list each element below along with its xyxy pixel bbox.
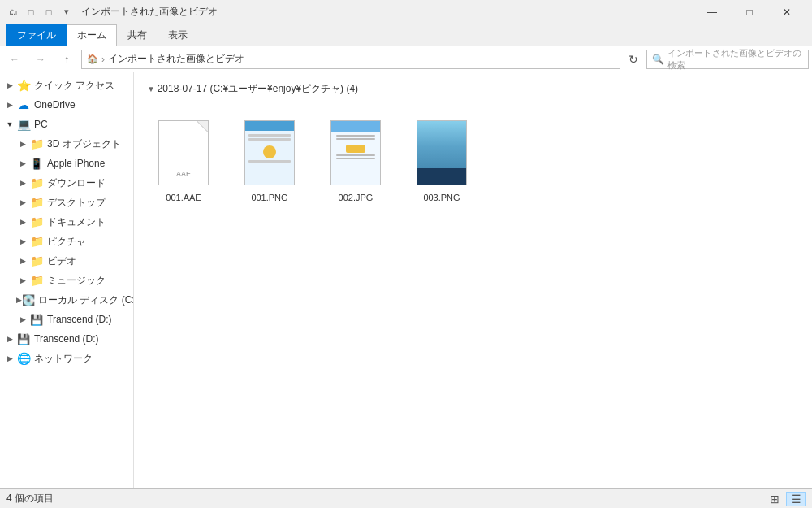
network-icon: 🌐 <box>16 352 31 365</box>
pictures-arrow: ▶ <box>16 237 29 245</box>
desktop-arrow: ▶ <box>16 198 29 206</box>
tab-file[interactable]: ファイル <box>6 24 67 46</box>
sidebar-label-downloads: ダウンロード <box>47 176 106 190</box>
iphone-icon: 📱 <box>29 158 44 170</box>
file-name-003png: 003.PNG <box>423 193 460 202</box>
address-path-label: インポートされた画像とビデオ <box>108 52 244 66</box>
png-003-bottom <box>417 168 466 185</box>
file-item-001png[interactable]: 001.PNG <box>233 112 306 206</box>
status-text: 4 個の項目 <box>6 492 765 506</box>
title-bar-separator: ▾ <box>60 6 73 19</box>
png-001-line2 <box>248 138 291 141</box>
sidebar-item-transcend[interactable]: ▶ 💾 Transcend (D:) <box>0 329 133 349</box>
forward-button[interactable]: → <box>29 50 52 69</box>
window-title: インポートされた画像とビデオ <box>81 5 693 19</box>
file-item-003png[interactable]: 003.PNG <box>405 112 478 206</box>
jpg-002-line3 <box>336 154 376 156</box>
sidebar-item-downloads[interactable]: ▶ 📁 ダウンロード <box>0 173 133 193</box>
jpg-002-content <box>331 132 380 185</box>
sidebar-item-music[interactable]: ▶ 📁 ミュージック <box>0 271 133 290</box>
quick-access-arrow: ▶ <box>3 81 16 89</box>
aae-file-icon: AAE <box>158 120 209 185</box>
file-name-002jpg: 002.JPG <box>339 193 374 202</box>
ribbon-tabs: ファイル ホーム 共有 表示 <box>0 24 812 46</box>
jpg-002-line1 <box>336 135 376 137</box>
sidebar-label-transcend-sub: Transcend (D:) <box>47 314 112 325</box>
ribbon: ファイル ホーム 共有 表示 <box>0 24 812 46</box>
folder-pictures-icon: 📁 <box>29 235 44 248</box>
folder-music-icon: 📁 <box>29 274 44 287</box>
list-view-button[interactable]: ☰ <box>786 492 806 506</box>
jpg-002-toparea <box>331 121 380 132</box>
title-bar-icon2: □ <box>24 6 37 19</box>
sidebar-item-desktop[interactable]: ▶ 📁 デスクトップ <box>0 193 133 212</box>
back-button[interactable]: ← <box>3 50 26 69</box>
sidebar-item-pictures[interactable]: ▶ 📁 ピクチャ <box>0 232 133 251</box>
transcend-icon: 💾 <box>16 333 31 345</box>
tab-share[interactable]: 共有 <box>117 24 158 46</box>
group-header-text: 2018-07-17 (C:¥ユーザー¥enjoy¥ピクチャ) (4) <box>158 83 358 94</box>
title-bar-icons: 🗂 □ □ ▾ <box>6 6 73 19</box>
sidebar-item-documents[interactable]: ▶ 📁 ドキュメント <box>0 212 133 232</box>
file-item-001aae[interactable]: AAE 001.AAE <box>147 112 220 206</box>
tab-view[interactable]: 表示 <box>158 24 198 46</box>
app-icon: 🗂 <box>6 6 19 19</box>
png-001-content <box>245 131 294 185</box>
sidebar-label-network: ネットワーク <box>34 352 93 366</box>
sidebar-label-local-disk: ローカル ディスク (C:) <box>38 293 134 307</box>
sidebar: ▶ ⭐ クイック アクセス ▶ ☁ OneDrive ▼ 💻 PC ▶ 📁 3D… <box>0 72 134 488</box>
downloads-arrow: ▶ <box>16 179 29 187</box>
group-header-expand: ▼ <box>147 85 158 93</box>
sidebar-item-local-disk[interactable]: ▶ 💽 ローカル ディスク (C:) <box>0 290 133 310</box>
jpg-002-btn <box>346 145 365 153</box>
address-separator: › <box>102 54 105 65</box>
file-name-001aae: 001.AAE <box>166 193 201 202</box>
grid-view-button[interactable]: ⊞ <box>765 492 784 506</box>
file-item-002jpg[interactable]: 002.JPG <box>319 112 392 206</box>
tab-home[interactable]: ホーム <box>67 24 117 46</box>
sidebar-label-music: ミュージック <box>47 274 106 288</box>
png-001-line1 <box>248 134 291 137</box>
sidebar-item-iphone[interactable]: ▶ 📱 Apple iPhone <box>0 154 133 173</box>
file-name-001png: 001.PNG <box>251 193 287 202</box>
pc-arrow: ▼ <box>3 120 16 128</box>
folder-documents-icon: 📁 <box>29 215 44 228</box>
sidebar-item-videos[interactable]: ▶ 📁 ビデオ <box>0 251 133 271</box>
sidebar-label-3d: 3D オブジェクト <box>47 137 121 151</box>
close-button[interactable]: ✕ <box>768 0 806 24</box>
png-001-circle <box>263 145 276 158</box>
png-001-line3 <box>248 160 291 163</box>
file-thumb-001png <box>241 116 298 189</box>
search-box[interactable]: 🔍 インポートされた画像とビデオの検索 <box>646 50 809 69</box>
folder-desktop-icon: 📁 <box>29 196 44 209</box>
sidebar-item-pc[interactable]: ▼ 💻 PC <box>0 115 133 134</box>
minimize-button[interactable]: — <box>693 0 731 24</box>
videos-arrow: ▶ <box>16 257 29 265</box>
jpg-002-line4 <box>336 158 376 159</box>
up-button[interactable]: ↑ <box>55 50 78 69</box>
sidebar-item-transcend-sub[interactable]: ▶ 💾 Transcend (D:) <box>0 310 133 329</box>
sidebar-item-quick-access[interactable]: ▶ ⭐ クイック アクセス <box>0 76 133 95</box>
view-buttons: ⊞ ☰ <box>765 492 806 506</box>
address-path[interactable]: 🏠 › インポートされた画像とビデオ <box>81 50 620 69</box>
folder-downloads-icon: 📁 <box>29 176 44 189</box>
title-bar: 🗂 □ □ ▾ インポートされた画像とビデオ — □ ✕ <box>0 0 812 24</box>
refresh-button[interactable]: ↻ <box>624 50 643 69</box>
png-001-thumbnail <box>244 120 295 185</box>
sidebar-item-3d[interactable]: ▶ 📁 3D オブジェクト <box>0 134 133 154</box>
status-bar: 4 個の項目 ⊞ ☰ <box>0 488 812 508</box>
file-thumb-002jpg <box>327 116 384 189</box>
sidebar-item-network[interactable]: ▶ 🌐 ネットワーク <box>0 349 133 368</box>
maximize-button[interactable]: □ <box>731 0 768 24</box>
folder-3d-icon: 📁 <box>29 137 44 150</box>
search-icon: 🔍 <box>652 54 664 65</box>
png-001-topbar <box>245 121 294 131</box>
sidebar-label-quick-access: クイック アクセス <box>34 79 114 93</box>
folder-videos-icon: 📁 <box>29 254 44 267</box>
sidebar-label-iphone: Apple iPhone <box>47 158 105 169</box>
sidebar-item-onedrive[interactable]: ▶ ☁ OneDrive <box>0 95 133 115</box>
file-group-header: ▼ 2018-07-17 (C:¥ユーザー¥enjoy¥ピクチャ) (4) <box>140 79 806 99</box>
sidebar-label-transcend: Transcend (D:) <box>34 333 99 345</box>
star-icon: ⭐ <box>16 79 31 92</box>
transcend-sub-arrow: ▶ <box>16 315 29 323</box>
